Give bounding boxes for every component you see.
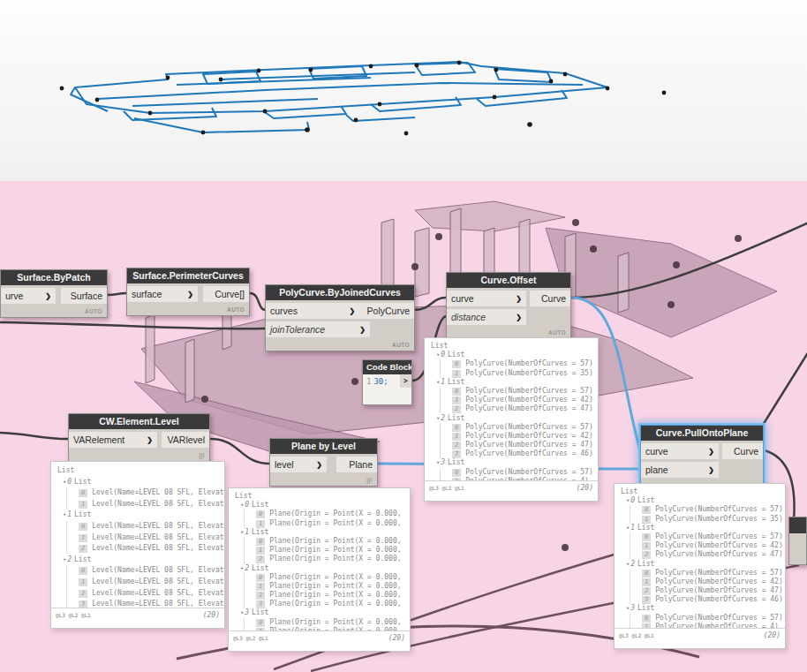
output-port-curve[interactable]: Curve [530, 291, 570, 306]
expander-icon[interactable]: ▾ [436, 379, 440, 386]
preview-row: ▾1List [56, 510, 224, 521]
preview-row: 1Level(Name=LEVEL 08 SFL, Elevat [56, 532, 224, 544]
line-number: 1 [363, 377, 373, 386]
node-title[interactable]: Code Block [363, 360, 411, 374]
lacing-indicator[interactable]: AUTO [266, 340, 414, 351]
node-polycurve-by-joined-curves[interactable]: PolyCurve.ByJoinedCurves curves ❯ PolyCu… [265, 284, 415, 351]
expander-icon[interactable]: ▾ [63, 511, 66, 518]
expander-icon[interactable]: ▾ [436, 415, 440, 422]
wire-offset-out-right[interactable] [571, 223, 807, 298]
item-index-chip: 2 [452, 405, 461, 413]
output-port-curve[interactable]: Curve [722, 443, 763, 459]
expander-icon[interactable]: ▾ [626, 605, 630, 612]
expander-icon[interactable]: ▾ [436, 459, 440, 466]
wire-level-to-plane[interactable] [210, 439, 269, 464]
wire-surface-to-perimeter[interactable] [108, 293, 126, 295]
preview-row: 2Plane(Origin = Point(X = 0.000, [233, 591, 410, 600]
node-curve-pull-onto-plane[interactable]: Curve.PullOntoPlane curve ❯ Curve plane … [640, 425, 764, 492]
node-title[interactable]: Plane by Level [270, 439, 377, 454]
preview-row: 0PolyCurve(NumberOfCurves = 57) [619, 569, 785, 578]
input-port-curve[interactable]: curve ❯ [447, 291, 526, 306]
node-cw-element-level[interactable]: CW.Element.Level VARelement ❯ VARlevel |… [68, 413, 210, 462]
node-title[interactable]: PolyCurve.ByJoinedCurves [266, 285, 414, 300]
node-title[interactable]: Surface.PerimeterCurves [127, 268, 249, 283]
lacing-indicator[interactable]: AUTO [1, 306, 107, 317]
preview-bubble-pull-onto-plane[interactable]: List▾0List0PolyCurve(NumberOfCurves = 57… [614, 483, 786, 649]
expander-icon[interactable]: ▾ [240, 529, 244, 536]
node-title[interactable]: Curve.PullOntoPlane [641, 426, 763, 441]
preview-row: 0Plane(Origin = Point(X = 0.000, [233, 537, 410, 546]
node-title[interactable]: Surface.ByPatch [1, 270, 107, 285]
expander-icon[interactable]: ▾ [63, 556, 66, 563]
preview-row: 1PolyCurve(NumberOfCurves = 42) [429, 432, 598, 441]
output-port-plane[interactable]: Plane [336, 457, 377, 472]
preview-row: List [233, 492, 410, 501]
node-title[interactable]: CW.Element.Level [69, 414, 209, 429]
wire-crossing-diagonal[interactable] [756, 351, 807, 436]
wire-polycurve-to-offset[interactable] [415, 298, 446, 310]
input-port-distance[interactable]: distance ❯ [447, 309, 526, 325]
wire-to-join-tolerance[interactable] [0, 322, 265, 328]
output-port-curves[interactable]: Curve[] [203, 286, 249, 302]
item-index-chip: 2 [642, 587, 651, 595]
item-index-chip: 1 [642, 516, 651, 524]
node-fragment-clipped[interactable] [788, 517, 807, 565]
level-filter-label[interactable]: @L3 @L2 @L1 [56, 612, 91, 618]
expander-icon[interactable]: ▾ [626, 497, 630, 504]
item-index-chip: 2 [642, 551, 651, 559]
code-editor[interactable]: 1 30; > [363, 374, 411, 404]
level-filter-label[interactable]: @L3 @L2 @L1 [429, 485, 464, 491]
node-curve-offset[interactable]: Curve.Offset curve ❯ Curve distance ❯ AU… [446, 272, 571, 339]
input-port-surface[interactable]: surface ❯ [127, 286, 198, 302]
input-port-level[interactable]: level ❯ [270, 457, 327, 472]
input-port-varelement[interactable]: VARelement ❯ [69, 432, 157, 448]
expander-icon[interactable]: ▾ [63, 479, 66, 486]
input-port-plane[interactable]: plane ❯ [641, 462, 719, 478]
expander-icon[interactable]: ▾ [436, 351, 440, 359]
level-filter-label[interactable]: @L3 @L2 @L1 [619, 632, 654, 638]
output-port-surface[interactable]: Surface [61, 288, 107, 304]
item-count-badge: (20) [388, 634, 405, 642]
level-filter-label[interactable]: @L3 @L2 @L1 [233, 635, 268, 641]
preview-row: 2Level(Name=LEVEL 08 SFL, Elevat [56, 543, 224, 555]
item-index-chip: 0 [79, 567, 87, 575]
preview-row: ▾0List [619, 496, 785, 505]
output-port-polycurve[interactable]: PolyCurve [359, 303, 414, 319]
node-surface-by-patch[interactable]: Surface.ByPatch urve ❯ Surface AUTO [0, 269, 108, 318]
input-port-closedcurve[interactable]: urve ❯ [1, 288, 56, 304]
preview-bubble-curve-offset[interactable]: List▾0List0PolyCurve(NumberOfCurves = 57… [424, 337, 599, 502]
input-port-jointolerance[interactable]: joinTolerance ❯ [266, 321, 370, 337]
code-text[interactable]: 30; [373, 377, 388, 386]
item-index-chip: 1 [642, 578, 651, 586]
node-title[interactable]: Curve.Offset [447, 273, 570, 288]
item-index-chip: 1 [256, 583, 265, 591]
output-port-arrow-icon[interactable]: > [400, 374, 411, 388]
wire-perimeter-to-polycurve[interactable] [250, 293, 266, 310]
lacing-indicator[interactable]: ||\ [270, 475, 377, 486]
node-code-block[interactable]: Code Block 1 30; > [362, 359, 412, 405]
item-index-chip: 3 [452, 450, 461, 458]
input-port-curves[interactable]: curves ❯ [266, 303, 359, 319]
wire-to-element-level[interactable] [0, 433, 68, 439]
expander-icon[interactable]: ▾ [626, 561, 630, 568]
node-surface-perimeter-curves[interactable]: Surface.PerimeterCurves surface ❯ Curve[… [126, 268, 250, 316]
node-plane-by-level[interactable]: Plane by Level level ❯ Plane ||\ [269, 438, 378, 487]
preview-bubble-levels[interactable]: List▾0List0Level(Name=LEVEL 08 SFL, Elev… [50, 461, 225, 629]
item-index-chip: 1 [79, 534, 87, 542]
expander-icon[interactable]: ▾ [626, 525, 630, 532]
preview-row: 0Level(Name=LEVEL 08 SFL, Elevat [56, 521, 224, 532]
input-port-curve[interactable]: curve ❯ [641, 443, 719, 459]
output-port-varlevel[interactable]: VARlevel [162, 432, 209, 448]
preview-list: List▾0List0Level(Name=LEVEL 08 SFL, Elev… [51, 462, 224, 608]
lacing-indicator[interactable]: ||\ [69, 450, 209, 461]
preview-row: ▾1List [233, 528, 410, 537]
item-index-chip: 2 [256, 555, 265, 563]
preview-row: 2PolyCurve(NumberOfCurves = 47) [619, 550, 785, 559]
expander-icon[interactable]: ▾ [240, 609, 244, 616]
preview-bubble-planes[interactable]: List▾0List0Plane(Origin = Point(X = 0.00… [228, 487, 411, 652]
lacing-indicator[interactable]: AUTO [127, 305, 249, 315]
item-index-chip: 0 [452, 360, 461, 368]
expander-icon[interactable]: ▾ [240, 565, 244, 572]
item-index-chip: 2 [452, 442, 461, 449]
expander-icon[interactable]: ▾ [240, 502, 244, 509]
